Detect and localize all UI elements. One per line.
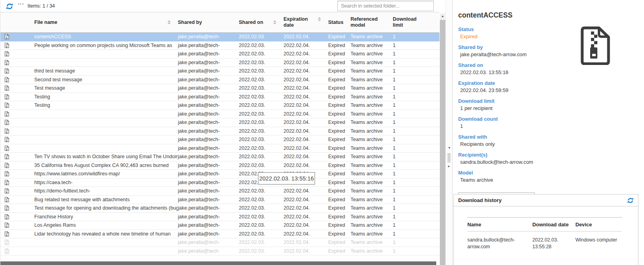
table-row[interactable]: Bug related test message with attachment… [0,196,439,204]
detail-field: Shared by jake.peralta@tech-arrow.com [458,44,578,58]
cell-shared-on: 2022.02.03. [239,94,284,100]
column-header-status[interactable]: Status [328,20,351,26]
grid-toolbar: ··· Items: 1 / 34 [0,0,439,12]
cell-expiration-date: 2022.02.04. [284,51,328,57]
field-label: Model [458,169,578,177]
table-row[interactable]: Testing jake.peralta@tech- 2022.02.03. 2… [0,101,439,110]
zip-file-icon [4,171,9,177]
detail-field: Shared with Recipients only [458,133,578,148]
cell-referenced-model: Teams archive [351,120,393,125]
zip-file-icon [4,60,9,65]
table-row[interactable]: jake.peralta@tech- 2022.02.03. 2022.02.0… [0,110,439,119]
cell-expiration-date: 2022.02.04. [284,43,328,48]
table-row[interactable]: People working on common projects using … [0,41,439,50]
column-header-expiration-date[interactable]: Expiration date [284,16,328,28]
splitter-grip-icon[interactable] [447,153,451,163]
cell-referenced-model: Teams archive [351,68,393,74]
cell-shared-by: jake.peralta@tech- [178,239,239,245]
cell-file-name: Testing [34,94,178,100]
cell-shared-on: 2022.02.03. [239,231,284,237]
cell-shared-on: 2022.02.03. [239,197,284,202]
download-history-row: sandra.bullock@tech-arrow.com 2022.02.03… [467,232,622,250]
table-row[interactable]: jake.peralta@tech- 2022.02.03. 2022.02.0… [0,247,439,256]
cell-shared-by: jake.peralta@tech- [178,43,239,48]
table-row[interactable]: Lidar technology has revealed a whole ne… [0,230,439,239]
table-row[interactable]: Los Angeles Rams jake.peralta@tech- 2022… [0,221,439,230]
table-row[interactable]: jake.peralta@tech- 2022.02.03. 2022.02.0… [0,238,439,247]
panel-splitter[interactable]: ◄ ► [445,0,452,265]
scroll-up-icon[interactable]: ▲ [440,14,445,18]
cell-expiration-date: 2022.02.04. [284,60,328,65]
zip-file-icon [4,222,9,228]
table-row[interactable]: jake.peralta@tech- 2022.02.03. 2022.02.0… [0,50,439,59]
table-row[interactable]: jake.peralta@tech- 2022.02.03. 2022.02.0… [0,127,439,136]
cell-expiration-date: 2022.02.04. [284,137,328,142]
table-row[interactable]: Test message jake.peralta@tech- 2022.02.… [0,84,439,93]
cell-download-limit: 1 [393,111,427,117]
cell-shared-on: 2022.02.03. [239,128,284,134]
horizontal-scrollbar-thumb[interactable] [0,261,436,265]
cell-referenced-model: Teams archive [351,102,393,108]
table-row[interactable]: jake.peralta@tech- 2022.02.03. 2022.02.0… [0,135,439,144]
sort-icon[interactable] [167,20,171,24]
cell-shared-by: jake.peralta@tech- [178,60,239,65]
table-row[interactable]: Testing jake.peralta@tech- 2022.02.03. 2… [0,93,439,102]
table-row[interactable]: 35 California fires August Complex CA 90… [0,161,439,170]
table-row[interactable]: https://demo-fulltext.tech- jake.peralta… [0,187,439,196]
table-row[interactable]: jake.peralta@tech- 2022.02.03. 2022.02.0… [0,144,439,153]
cell-referenced-model: Teams archive [351,231,393,237]
table-body: contentACCESS jake.peralta@tech- 2022.02… [0,33,439,255]
file-type-cell [0,222,34,228]
detail-field: Shared on 2022.02.03. 13:55:16 [458,62,578,76]
cell-shared-by: jake.peralta@tech- [178,68,239,74]
cell-expiration-date: 2022.02.04. [284,120,328,125]
cell-file-name: https://caea.tech- [34,180,178,185]
file-type-cell [0,163,34,168]
column-header-referenced-model[interactable]: Referenced model [351,16,393,28]
cell-shared-on: 2022.02.03. [239,43,284,48]
ellipsis-icon[interactable]: ··· [18,1,24,7]
cell-download-limit: 1 [393,214,427,220]
column-label: Shared on [239,20,263,26]
zip-file-icon [4,137,9,142]
column-header-file-name[interactable]: File name [34,20,178,26]
table-row[interactable]: Second test message jake.peralta@tech- 2… [0,76,439,84]
cell-shared-on: 2022.02.03. [239,248,284,254]
search-input[interactable] [337,1,434,11]
column-header-download-limit[interactable]: Download limit [393,16,427,28]
refresh-icon[interactable] [627,197,634,204]
table-row[interactable]: Test message for opening and downloading… [0,204,439,213]
cell-download-limit: 1 [393,120,427,125]
sort-icon[interactable] [318,17,321,21]
table-row[interactable]: contentACCESS jake.peralta@tech- 2022.02… [0,33,439,41]
table-row[interactable]: https://caea.tech- jake.peralta@tech- 20… [0,179,439,187]
cell-status: Expired [328,137,351,142]
table-row[interactable]: jake.peralta@tech- 2022.02.03. 2022.02.0… [0,118,439,127]
table-row[interactable]: jake.peralta@tech- 2022.02.03. 2022.02.0… [0,59,439,67]
column-header-shared-on[interactable]: Shared on [239,20,284,26]
detail-panel: contentACCESS Status Expired Shared by j… [452,0,644,265]
detail-field: Expiration date 2022.02.04. 23:59:59 [458,80,578,94]
vertical-scrollbar[interactable]: ▲ [440,13,445,265]
scrollbar-thumb[interactable] [440,20,445,265]
table-row[interactable]: third test message jake.peralta@tech- 20… [0,67,439,76]
cell-shared-on: 2022.02.03. [239,188,284,194]
sort-icon[interactable] [273,20,276,24]
cell-download-limit: 1 [393,102,427,108]
field-value: 1 [458,123,578,130]
zip-file-icon [4,34,9,39]
cell-shared-on: 2022.02.03. [239,102,284,108]
refresh-icon[interactable] [6,3,13,10]
collapse-right-icon[interactable]: ► [447,165,451,168]
file-type-cell [0,51,34,57]
cell-expiration-date: 2022.02.04. [284,239,328,245]
cell-expiration-date: 2022.02.04. [284,128,328,134]
collapse-left-icon[interactable]: ◄ [447,146,451,149]
detail-field: Download count 1 [458,116,578,130]
zip-file-icon [4,180,9,185]
column-header-shared-by[interactable]: Shared by [178,20,239,26]
table-row[interactable]: Ten TV shows to watch in October Share u… [0,153,439,161]
table-row[interactable]: Franchise History jake.peralta@tech- 202… [0,213,439,222]
cell-download-limit: 1 [393,188,427,194]
table-row[interactable]: https://www.latimes.com/wildfires-map/ j… [0,170,439,179]
